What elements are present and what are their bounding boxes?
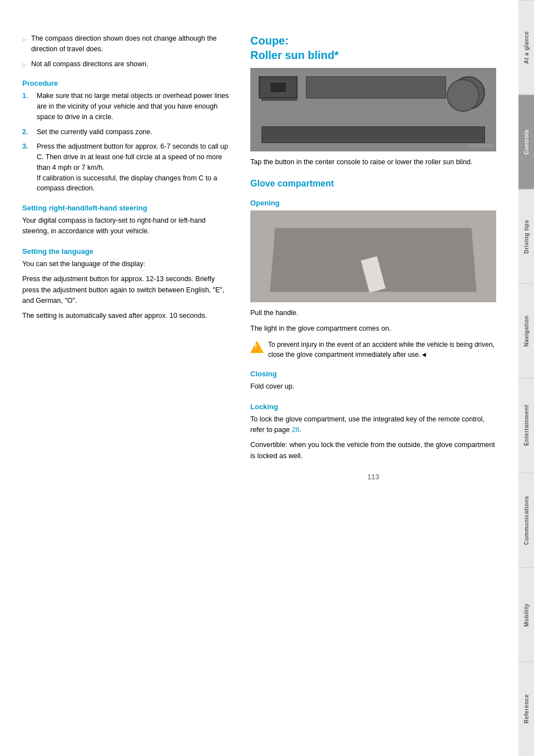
closing-subheading: Closing [250,370,496,378]
language-heading: Setting the language [22,247,234,256]
language-body1: You can set the language of the display: [22,259,234,269]
bullet-1: ▷ The compass direction shown does not c… [22,33,234,55]
bullet-arrow-2: ▷ [22,61,27,70]
page-number: 113 [250,473,496,481]
glove-heading: Glove compartment [250,179,496,189]
tab-entertainment[interactable]: Entertainment [518,378,534,473]
tab-at-a-glance[interactable]: At a glance [518,0,534,95]
glove-image-number: W0LA0876 [468,294,493,300]
warning-box: To prevent injury in the event of an acc… [250,340,496,360]
steering-body: Your digital compass is factory-set to r… [22,215,234,237]
procedure-step-3: 3. Press the adjustment button for appro… [22,141,234,194]
glove-caption1: Pull the handle. [250,308,496,318]
main-content: ▷ The compass direction shown does not c… [0,0,518,503]
locking-subheading: Locking [250,402,496,411]
locking-body3: Convertible: when you lock the vehicle f… [250,440,496,462]
tab-reference[interactable]: Reference [518,661,534,756]
steering-heading: Setting right-hand/left-hand steering [22,204,234,212]
locking-body1: To lock the glove compartment, use the i… [250,414,496,436]
bullet-arrow-1: ▷ [22,35,27,55]
page-link-28[interactable]: 28 [291,426,299,434]
opening-subheading: Opening [250,199,496,207]
left-column: ▷ The compass direction shown does not c… [22,33,234,481]
bullet-2: ▷ Not all compass directions are shown. [22,59,234,70]
tab-bar: At a glance Controls Driving tips Naviga… [518,0,534,756]
procedure-step-2: 2. Set the currently valid compass zone. [22,127,234,138]
warning-icon [250,341,264,353]
right-column: Coupe: Roller sun blind* W0V00091 Tap th… [250,33,496,481]
tab-controls[interactable]: Controls [518,95,534,189]
closing-body: Fold cover up. [250,381,496,392]
tab-mobility[interactable]: Mobility [518,567,534,662]
coupe-caption: Tap the button in the center console to … [250,157,496,168]
language-body2: Press the adjustment button for approx. … [22,274,234,306]
glove-caption2: The light in the glove compartment comes… [250,323,496,334]
tab-navigation[interactable]: Navigation [518,283,534,378]
coupe-image-number: W0V00091 [468,143,493,149]
coupe-image: W0V00091 [250,68,496,151]
procedure-heading: Procedure [22,79,234,87]
coupe-heading: Coupe: Roller sun blind* [250,33,496,62]
tab-communications[interactable]: Communications [518,473,534,567]
procedure-step-1: 1. Make sure that no large metal objects… [22,91,234,122]
language-body3: The setting is automatically saved after… [22,311,234,321]
glove-image: W0LA0876 [250,210,496,302]
tab-driving-tips[interactable]: Driving tips [518,189,534,284]
warning-triangle [250,341,264,353]
